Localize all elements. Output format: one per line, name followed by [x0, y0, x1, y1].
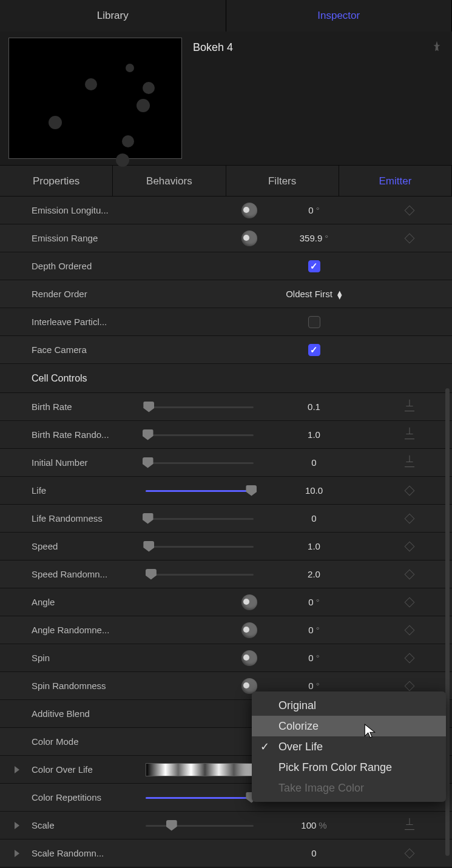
life-randomness-label: Life Randomness: [32, 513, 146, 523]
additive-blend-label: Additive Blend: [32, 708, 146, 719]
tab-library[interactable]: Library: [0, 0, 226, 32]
face-camera-checkbox[interactable]: [308, 344, 320, 356]
emission-longitude-dial[interactable]: [241, 203, 257, 218]
keyframe-icon[interactable]: [405, 848, 415, 858]
color-over-life-gradient[interactable]: [146, 763, 254, 776]
emission-range-label: Emission Range: [32, 233, 146, 243]
behavior-icon[interactable]: ⊥—: [405, 400, 414, 414]
disclosure-triangle-icon[interactable]: [15, 850, 19, 857]
behavior-icon[interactable]: ⊥—: [405, 818, 414, 833]
keyframe-icon[interactable]: [405, 205, 415, 215]
keyframe-icon[interactable]: [405, 541, 415, 551]
pin-icon[interactable]: [430, 40, 444, 53]
tab-inspector[interactable]: Inspector: [226, 0, 453, 32]
birth-rate-randomness-slider[interactable]: [146, 429, 254, 440]
scale-value[interactable]: 100%: [261, 820, 367, 830]
scale-slider[interactable]: [146, 820, 254, 831]
inspector-subtabs: Properties Behaviors Filters Emitter: [0, 165, 452, 197]
color-mode-menu: Original Colorize ✓ Over Life Pick From …: [252, 691, 446, 802]
top-tabs: Library Inspector: [0, 0, 452, 32]
speed-label: Speed: [32, 541, 146, 551]
keyframe-icon[interactable]: [405, 625, 415, 635]
disclosure-triangle-icon[interactable]: [15, 766, 19, 773]
disclosure-triangle-icon[interactable]: [15, 822, 19, 829]
angle-label: Angle: [32, 597, 146, 607]
chevron-updown-icon: ▴▾: [337, 290, 342, 298]
menu-item-pick-range[interactable]: Pick From Color Range: [252, 757, 446, 778]
render-order-label: Render Order: [32, 289, 146, 299]
menu-item-original[interactable]: Original: [252, 695, 446, 716]
keyframe-icon[interactable]: [405, 485, 415, 496]
life-value[interactable]: 10.0: [261, 485, 367, 496]
interleave-checkbox[interactable]: [308, 316, 320, 328]
preview-thumbnail: [8, 38, 182, 159]
tab-filters[interactable]: Filters: [226, 166, 339, 196]
emission-longitude-value[interactable]: 0°: [261, 205, 367, 215]
initial-number-value[interactable]: 0: [261, 457, 367, 468]
emitter-parameters-group: Emission Longitu... 0° Emission Range 35…: [0, 197, 452, 364]
scale-randomness-label: Scale Randomn...: [32, 848, 146, 858]
depth-ordered-label: Depth Ordered: [32, 261, 146, 271]
angle-dial[interactable]: [241, 594, 257, 610]
tab-emitter[interactable]: Emitter: [339, 166, 452, 196]
spin-randomness-value[interactable]: 0°: [261, 681, 367, 691]
angle-randomness-label: Angle Randomne...: [32, 625, 146, 635]
emission-range-dial[interactable]: [241, 230, 257, 246]
interleave-label: Interleave Particl...: [32, 317, 146, 327]
speed-randomness-slider[interactable]: [146, 569, 254, 580]
life-slider[interactable]: [146, 485, 254, 496]
scale-randomness-value[interactable]: 0: [261, 848, 367, 858]
render-order-popup[interactable]: Oldest First ▴▾: [263, 289, 366, 299]
life-randomness-slider[interactable]: [146, 513, 254, 524]
emission-range-value[interactable]: 359.9°: [261, 233, 367, 243]
keyframe-icon[interactable]: [405, 233, 415, 243]
color-repetitions-label: Color Repetitions: [32, 792, 146, 802]
angle-randomness-dial[interactable]: [241, 622, 257, 638]
menu-item-take-image-color: Take Image Color: [252, 778, 446, 798]
header: Bokeh 4: [0, 32, 452, 165]
cell-controls-header: Cell Controls: [0, 364, 452, 393]
color-over-life-label: Color Over Life: [32, 764, 146, 775]
spin-randomness-label: Spin Randomness: [32, 681, 146, 691]
check-icon: ✓: [260, 740, 269, 753]
birth-rate-label: Birth Rate: [32, 402, 146, 412]
keyframe-icon[interactable]: [405, 681, 415, 691]
keyframe-icon[interactable]: [405, 513, 415, 523]
menu-item-colorize[interactable]: Colorize: [252, 716, 446, 736]
depth-ordered-checkbox[interactable]: [308, 260, 320, 272]
speed-randomness-value[interactable]: 2.0: [261, 569, 367, 579]
face-camera-label: Face Camera: [32, 345, 146, 355]
emission-longitude-label: Emission Longitu...: [32, 205, 146, 215]
spin-dial[interactable]: [241, 650, 257, 666]
speed-value[interactable]: 1.0: [261, 541, 367, 551]
speed-slider[interactable]: [146, 541, 254, 552]
scrollbar[interactable]: [445, 388, 450, 856]
keyframe-icon[interactable]: [405, 597, 415, 607]
birth-rate-slider[interactable]: [146, 402, 254, 412]
color-mode-label: Color Mode: [32, 736, 146, 747]
birth-rate-randomness-value[interactable]: 1.0: [261, 429, 367, 440]
tab-behaviors[interactable]: Behaviors: [113, 166, 226, 196]
behavior-icon[interactable]: ⊥—: [405, 456, 414, 470]
birth-rate-value[interactable]: 0.1: [261, 402, 367, 412]
scale-label: Scale: [32, 820, 146, 830]
angle-randomness-value[interactable]: 0°: [261, 625, 367, 635]
life-randomness-value[interactable]: 0: [261, 513, 367, 523]
life-label: Life: [32, 485, 146, 496]
initial-number-label: Initial Number: [32, 457, 146, 468]
angle-value[interactable]: 0°: [261, 597, 367, 607]
initial-number-slider[interactable]: [146, 457, 254, 468]
menu-item-over-life[interactable]: ✓ Over Life: [252, 736, 446, 757]
spin-label: Spin: [32, 653, 146, 663]
speed-randomness-label: Speed Randomn...: [32, 569, 146, 579]
tab-properties[interactable]: Properties: [0, 166, 113, 196]
color-repetitions-slider[interactable]: [146, 792, 254, 803]
keyframe-icon[interactable]: [405, 653, 415, 663]
behavior-icon[interactable]: ⊥—: [405, 428, 414, 442]
keyframe-icon[interactable]: [405, 569, 415, 579]
spin-value[interactable]: 0°: [261, 653, 367, 663]
birth-rate-randomness-label: Birth Rate Rando...: [32, 429, 146, 440]
object-title: Bokeh 4: [193, 38, 419, 159]
